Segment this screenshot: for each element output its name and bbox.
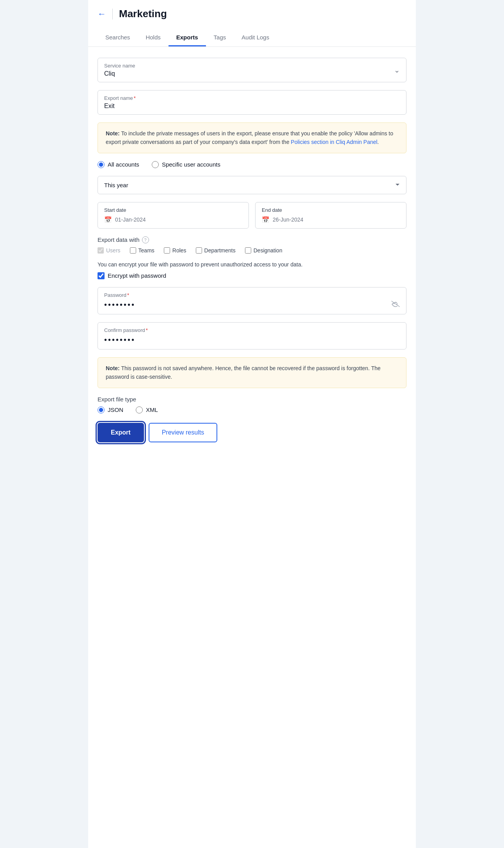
checkbox-designation-label: Designation — [254, 247, 282, 254]
tab-exports[interactable]: Exports — [169, 29, 206, 46]
password-dots: •••••••• — [104, 300, 391, 309]
content-area: Service name Cliq ⌄ Export name* Exit No… — [88, 47, 416, 453]
radio-json-input[interactable] — [98, 406, 105, 413]
checkbox-departments-input[interactable] — [196, 247, 202, 254]
service-name-chevron-icon: ⌄ — [394, 66, 400, 75]
radio-all-accounts[interactable]: All accounts — [98, 161, 139, 168]
checkbox-roles-input[interactable] — [164, 247, 170, 254]
password-field[interactable]: Password* •••••••• — [98, 287, 406, 314]
tab-holds[interactable]: Holds — [138, 29, 168, 46]
checkbox-roles[interactable]: Roles — [164, 247, 186, 254]
file-type-section: Export file type JSON XML — [98, 396, 406, 413]
back-button[interactable]: ← — [98, 9, 106, 19]
checkbox-designation-input[interactable] — [245, 247, 251, 254]
service-name-field[interactable]: Service name Cliq ⌄ — [98, 58, 406, 82]
help-icon[interactable]: ? — [142, 236, 149, 243]
encrypt-checkbox-row[interactable]: Encrypt with password — [98, 272, 406, 279]
password-note-body: This password is not saved anywhere. Hen… — [106, 365, 381, 380]
checkbox-users[interactable]: Users — [98, 247, 121, 254]
confirm-password-input-row: •••••••• — [104, 335, 400, 344]
checkbox-users-label: Users — [106, 247, 121, 254]
radio-specific-accounts-label: Specific user accounts — [162, 161, 220, 168]
confirm-password-required: * — [146, 327, 148, 333]
start-date-value: 01-Jan-2024 — [115, 216, 146, 223]
start-date-calendar-icon: 📅 — [104, 216, 112, 224]
radio-specific-accounts[interactable]: Specific user accounts — [152, 161, 220, 168]
end-date-field[interactable]: End date 📅 26-Jun-2024 — [255, 202, 406, 229]
app-container: ← Marketing SearchesHoldsExportsTagsAudi… — [88, 0, 416, 848]
export-data-with-section: Export data with ? Users Teams Roles — [98, 236, 406, 254]
encrypt-checkbox-input[interactable] — [98, 272, 105, 279]
password-eye-icon[interactable] — [391, 301, 400, 309]
end-date-label: End date — [262, 207, 400, 213]
button-row: Export Preview results — [98, 421, 406, 442]
tab-searches[interactable]: Searches — [98, 29, 138, 46]
start-date-input-row: 📅 01-Jan-2024 — [104, 216, 242, 224]
export-checkbox-group: Users Teams Roles Departments Designatio… — [98, 247, 406, 254]
encrypt-checkbox-label: Encrypt with password — [108, 272, 166, 279]
confirm-password-dots: •••••••• — [104, 335, 400, 344]
radio-specific-accounts-input[interactable] — [152, 161, 159, 168]
checkbox-teams[interactable]: Teams — [130, 247, 154, 254]
tab-tags[interactable]: Tags — [206, 29, 234, 46]
start-date-field[interactable]: Start date 📅 01-Jan-2024 — [98, 202, 249, 229]
confirm-password-label: Confirm password* — [104, 327, 400, 333]
radio-json[interactable]: JSON — [98, 406, 123, 413]
export-name-value: Exit — [104, 103, 400, 110]
password-required: * — [127, 292, 129, 298]
file-type-radio-group: JSON XML — [98, 406, 406, 413]
radio-xml-label: XML — [146, 406, 158, 413]
tab-audit-logs[interactable]: Audit Logs — [234, 29, 277, 46]
export-name-label: Export name* — [104, 95, 400, 101]
radio-xml[interactable]: XML — [136, 406, 158, 413]
file-type-label: Export file type — [98, 396, 406, 403]
export-with-text: Export data with — [98, 236, 140, 243]
encrypt-section: You can encrypt your file with password … — [98, 261, 406, 279]
password-input-row: •••••••• — [104, 300, 400, 309]
end-date-input-row: 📅 26-Jun-2024 — [262, 216, 400, 224]
checkbox-departments[interactable]: Departments — [196, 247, 236, 254]
checkbox-roles-label: Roles — [172, 247, 186, 254]
accounts-radio-group: All accounts Specific user accounts — [98, 161, 406, 168]
radio-xml-input[interactable] — [136, 406, 143, 413]
export-button[interactable]: Export — [98, 423, 144, 442]
password-note-text: Note: — [106, 365, 121, 371]
password-label: Password* — [104, 292, 400, 298]
end-date-calendar-icon: 📅 — [262, 216, 270, 224]
checkbox-users-input[interactable] — [98, 247, 104, 254]
header: ← Marketing SearchesHoldsExportsTagsAudi… — [88, 0, 416, 47]
policies-link[interactable]: Policies section in Cliq Admin Panel — [291, 139, 378, 145]
export-with-label: Export data with ? — [98, 236, 406, 243]
note-box: Note: To include the private messages of… — [98, 122, 406, 153]
export-name-required: * — [134, 95, 136, 101]
date-range-select[interactable]: This year Last year Custom range — [98, 176, 406, 194]
start-date-label: Start date — [104, 207, 242, 213]
radio-json-label: JSON — [108, 406, 123, 413]
checkbox-departments-label: Departments — [204, 247, 236, 254]
tab-row: SearchesHoldsExportsTagsAudit Logs — [98, 29, 406, 46]
page-title: Marketing — [119, 8, 167, 20]
note-end: . — [377, 139, 379, 145]
checkbox-designation[interactable]: Designation — [245, 247, 282, 254]
radio-all-accounts-label: All accounts — [108, 161, 139, 168]
export-name-field[interactable]: Export name* Exit — [98, 90, 406, 115]
service-name-label: Service name — [104, 63, 400, 69]
confirm-password-field[interactable]: Confirm password* •••••••• — [98, 322, 406, 349]
password-note-box: Note: This password is not saved anywher… — [98, 357, 406, 388]
checkbox-teams-label: Teams — [138, 247, 154, 254]
date-row: Start date 📅 01-Jan-2024 End date 📅 26-J… — [98, 202, 406, 229]
radio-all-accounts-input[interactable] — [98, 161, 105, 168]
encrypt-info-text: You can encrypt your file with password … — [98, 261, 406, 268]
preview-results-button[interactable]: Preview results — [149, 423, 217, 442]
end-date-value: 26-Jun-2024 — [273, 216, 303, 223]
header-divider — [112, 9, 113, 20]
service-name-value: Cliq — [104, 70, 400, 77]
checkbox-teams-input[interactable] — [130, 247, 136, 254]
